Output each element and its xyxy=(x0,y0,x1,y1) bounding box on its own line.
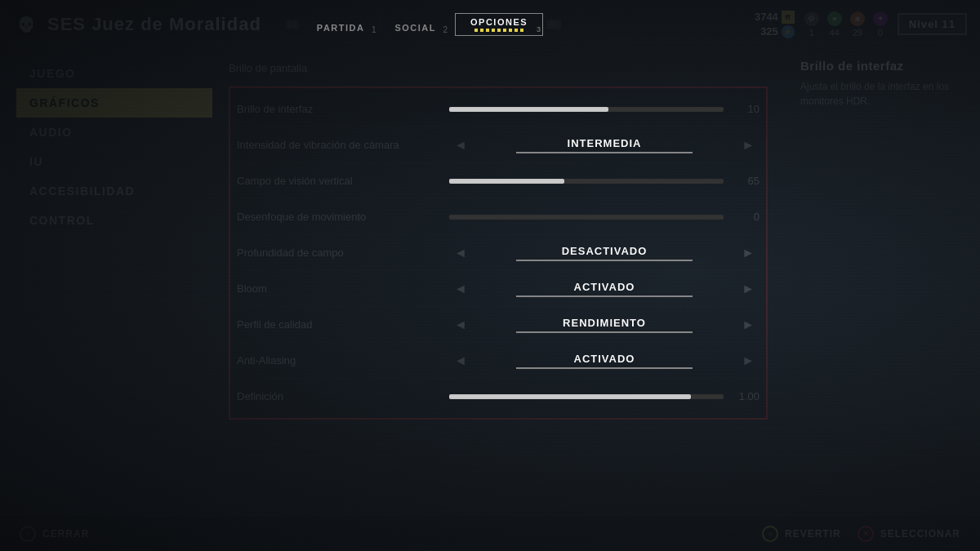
game-ui: 💀 SES Juez de Moralidad L1 PARTIDA 1 SOC… xyxy=(0,0,980,551)
background-texture xyxy=(0,0,980,551)
